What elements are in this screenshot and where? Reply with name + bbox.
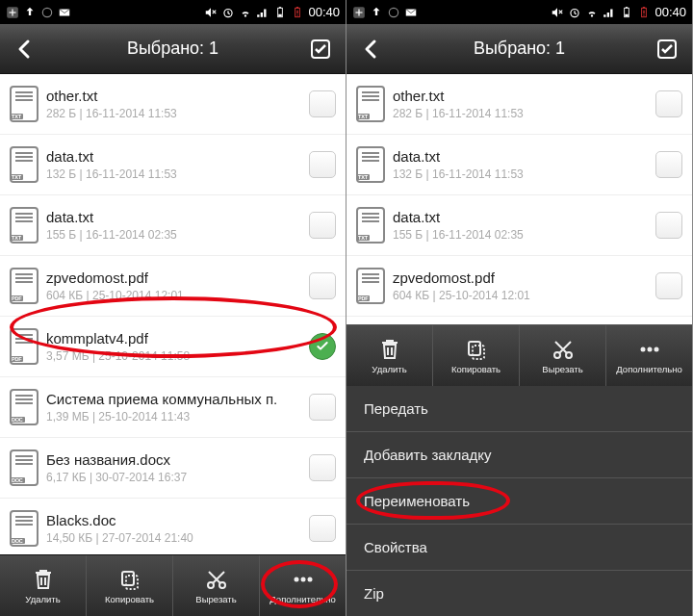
more-button[interactable]: Дополнительно bbox=[260, 555, 346, 616]
file-info: Без названия.docx6,17 КБ | 30-07-2014 16… bbox=[46, 451, 301, 484]
file-row[interactable]: TXTdata.txt155 Б | 16-11-2014 02:35 bbox=[346, 195, 692, 256]
svg-point-17 bbox=[300, 578, 305, 582]
file-row[interactable]: PDFzpvedomost.pdf604 КБ | 25-10-2014 12:… bbox=[346, 256, 692, 317]
cut-button[interactable]: Вырезать bbox=[173, 555, 260, 616]
more-label: Дополнительно bbox=[270, 594, 335, 604]
svg-rect-25 bbox=[626, 13, 629, 15]
checkbox[interactable] bbox=[655, 151, 682, 178]
file-row[interactable]: TXTdata.txt132 Б | 16-11-2014 11:53 bbox=[346, 135, 692, 195]
back-button[interactable] bbox=[354, 32, 389, 66]
scissors-icon bbox=[551, 337, 576, 362]
file-info: other.txt282 Б | 16-11-2014 11:53 bbox=[393, 88, 648, 120]
wifi-icon bbox=[585, 6, 599, 19]
copy-label: Копировать bbox=[105, 594, 154, 604]
file-info: data.txt155 Б | 16-11-2014 02:35 bbox=[46, 209, 301, 242]
popup-item[interactable]: Передать bbox=[346, 386, 692, 432]
popup-item[interactable]: Добавить закладку bbox=[346, 432, 692, 478]
more-menu-popup: Удалить Копировать Вырезать Дополнительн… bbox=[346, 324, 692, 616]
file-meta: 14,50 КБ | 27-07-2014 21:40 bbox=[46, 531, 301, 545]
file-meta: 282 Б | 16-11-2014 11:53 bbox=[393, 107, 648, 120]
checkbox[interactable] bbox=[309, 272, 336, 299]
popup-item[interactable]: Свойства bbox=[346, 525, 692, 571]
mail-icon bbox=[58, 6, 71, 19]
checkbox[interactable] bbox=[309, 151, 336, 178]
checkbox[interactable] bbox=[309, 515, 336, 542]
copy-icon bbox=[117, 567, 142, 592]
copy-label: Копировать bbox=[451, 364, 500, 374]
file-name: data.txt bbox=[46, 148, 301, 165]
file-row[interactable]: PDFkommplatv4.pdf3,57 МБ | 25-10-2014 11… bbox=[0, 317, 346, 377]
delete-label: Удалить bbox=[25, 594, 60, 604]
clock: 00:40 bbox=[308, 5, 340, 19]
wifi-icon bbox=[239, 6, 252, 19]
popup-item[interactable]: Zip bbox=[346, 571, 692, 616]
file-info: other.txt282 Б | 16-11-2014 11:53 bbox=[46, 88, 301, 120]
file-info: kommplatv4.pdf3,57 МБ | 25-10-2014 11:58 bbox=[46, 330, 301, 363]
popup-item[interactable]: Переименовать bbox=[346, 478, 692, 525]
checkbox-checked[interactable] bbox=[309, 333, 336, 360]
file-row[interactable]: TXTdata.txt155 Б | 16-11-2014 02:35 bbox=[0, 195, 346, 256]
file-type-icon: DOC bbox=[10, 389, 38, 425]
plus-icon bbox=[352, 6, 366, 19]
checkbox[interactable] bbox=[655, 212, 682, 239]
cut-button[interactable]: Вырезать bbox=[520, 325, 606, 386]
file-info: data.txt132 Б | 16-11-2014 11:53 bbox=[393, 148, 648, 181]
circle-icon bbox=[387, 6, 400, 19]
clock: 00:40 bbox=[654, 5, 686, 19]
checkbox[interactable] bbox=[655, 90, 682, 117]
svg-point-35 bbox=[640, 347, 645, 352]
file-meta: 6,17 КБ | 30-07-2014 16:37 bbox=[46, 471, 301, 484]
more-button[interactable]: Дополнительно bbox=[606, 325, 692, 386]
cut-label: Вырезать bbox=[195, 594, 236, 604]
copy-button[interactable]: Копировать bbox=[87, 555, 173, 616]
more-icon bbox=[637, 337, 662, 362]
plus-icon bbox=[6, 6, 19, 19]
checkbox[interactable] bbox=[309, 212, 336, 239]
file-type-icon: PDF bbox=[356, 268, 385, 304]
delete-button[interactable]: Удалить bbox=[346, 325, 433, 386]
copy-button[interactable]: Копировать bbox=[433, 325, 520, 386]
copy-icon bbox=[464, 337, 489, 362]
svg-rect-13 bbox=[126, 576, 138, 589]
file-info: zpvedomost.pdf604 КБ | 25-10-2014 12:01 bbox=[46, 270, 301, 302]
scissors-icon bbox=[204, 567, 229, 592]
file-type-icon: TXT bbox=[10, 207, 38, 244]
svg-rect-6 bbox=[279, 13, 283, 15]
file-info: Система приема коммунальных п.1,39 МБ | … bbox=[46, 391, 301, 424]
file-row[interactable]: DOCBlacks.doc14,50 КБ | 27-07-2014 21:40 bbox=[0, 499, 346, 554]
svg-rect-27 bbox=[643, 7, 645, 8]
file-name: data.txt bbox=[46, 209, 301, 225]
battery2-icon bbox=[637, 6, 651, 19]
file-row[interactable]: TXTother.txt282 Б | 16-11-2014 11:53 bbox=[346, 74, 692, 135]
file-type-icon: PDF bbox=[10, 328, 38, 365]
file-row[interactable]: PDFzpvedomost.pdf604 КБ | 25-10-2014 12:… bbox=[0, 256, 346, 317]
trash-icon bbox=[377, 337, 402, 362]
file-name: zpvedomost.pdf bbox=[46, 270, 301, 286]
battery2-icon bbox=[291, 6, 304, 19]
file-row[interactable]: TXTdata.txt132 Б | 16-11-2014 11:53 bbox=[0, 135, 346, 195]
checkbox[interactable] bbox=[655, 272, 682, 299]
file-name: other.txt bbox=[393, 88, 648, 104]
file-row[interactable]: DOCБез названия.docx6,17 КБ | 30-07-2014… bbox=[0, 438, 346, 499]
checkbox[interactable] bbox=[309, 90, 336, 117]
status-bar: 00:40 bbox=[0, 0, 346, 24]
delete-button[interactable]: Удалить bbox=[0, 555, 87, 616]
svg-rect-9 bbox=[297, 10, 298, 13]
file-type-icon: TXT bbox=[356, 207, 385, 244]
select-all-button[interactable] bbox=[303, 32, 338, 66]
svg-rect-10 bbox=[297, 14, 298, 15]
more-label: Дополнительно bbox=[616, 364, 681, 374]
mute-icon bbox=[551, 6, 564, 19]
checkbox[interactable] bbox=[309, 454, 336, 481]
file-name: Система приема коммунальных п. bbox=[46, 391, 301, 407]
alarm-icon bbox=[568, 6, 581, 19]
checkbox[interactable] bbox=[309, 394, 336, 421]
back-button[interactable] bbox=[8, 32, 42, 66]
file-row[interactable]: DOCСистема приема коммунальных п.1,39 МБ… bbox=[0, 377, 346, 438]
file-list[interactable]: TXTother.txt282 Б | 16-11-2014 11:53TXTd… bbox=[0, 74, 346, 554]
file-type-icon: DOC bbox=[10, 510, 38, 547]
file-row[interactable]: TXTother.txt282 Б | 16-11-2014 11:53 bbox=[0, 74, 346, 135]
select-all-button[interactable] bbox=[650, 32, 684, 66]
upload-icon bbox=[370, 6, 383, 19]
file-type-icon: TXT bbox=[10, 86, 38, 122]
